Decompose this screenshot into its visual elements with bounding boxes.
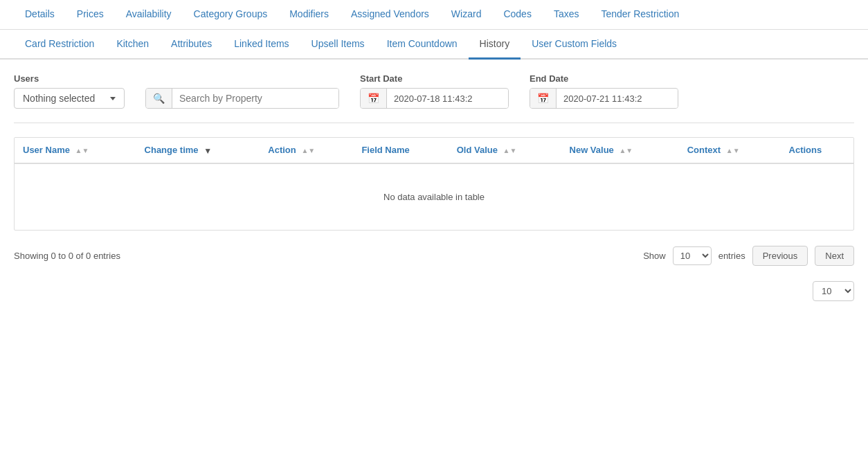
tab-taxes[interactable]: Taxes — [543, 0, 590, 30]
col-context[interactable]: Context ▲▼ — [679, 138, 781, 163]
col-change-time[interactable]: Change time ▼ — [136, 138, 260, 163]
col-old-value[interactable]: Old Value ▲▼ — [449, 138, 561, 163]
tab-kitchen[interactable]: Kitchen — [105, 30, 160, 60]
col-new-value-label: New Value — [570, 145, 614, 155]
tab-item-countdown[interactable]: Item Countdown — [376, 30, 469, 60]
start-date-group: 📅 — [360, 88, 509, 109]
start-date-input[interactable] — [387, 89, 508, 108]
users-filter-group: Users Nothing selected — [14, 73, 125, 109]
search-input[interactable] — [172, 89, 338, 108]
col-user-name-sort-icon: ▲▼ — [75, 147, 89, 154]
end-date-calendar-icon[interactable]: 📅 — [530, 89, 557, 108]
pagination-right: Show 10 25 50 100 entries Previous Next — [643, 246, 854, 266]
col-context-sort-icon: ▲▼ — [726, 147, 740, 154]
table-header-row: User Name ▲▼ Change time ▼ Action ▲▼ Fie… — [15, 138, 853, 163]
bottom-bar: 10 25 50 100 — [14, 274, 854, 308]
tab-prices[interactable]: Prices — [66, 0, 115, 30]
content-area: Users Nothing selected Search 🔍 Start Da… — [0, 60, 868, 322]
showing-text: Showing 0 to 0 of 0 entries — [14, 251, 120, 261]
next-button[interactable]: Next — [815, 246, 854, 266]
col-old-value-label: Old Value — [457, 145, 498, 155]
tab-details[interactable]: Details — [14, 0, 66, 30]
col-action-sort-icon: ▲▼ — [301, 147, 315, 154]
col-field-name[interactable]: Field Name — [353, 138, 448, 163]
table-empty-row: No data available in table — [15, 163, 853, 230]
entries-per-page-select[interactable]: 10 25 50 100 — [673, 246, 712, 265]
col-actions-label: Actions — [789, 145, 822, 155]
start-date-label: Start Date — [360, 73, 509, 84]
previous-button[interactable]: Previous — [752, 246, 808, 266]
col-user-name-label: User Name — [23, 145, 70, 155]
tab-codes[interactable]: Codes — [492, 0, 542, 30]
tab-modifiers[interactable]: Modifiers — [278, 0, 340, 30]
entries-label: entries — [718, 251, 745, 261]
tab-wizard[interactable]: Wizard — [440, 0, 493, 30]
col-change-time-sort-icon: ▼ — [204, 146, 212, 156]
col-field-name-label: Field Name — [361, 145, 409, 155]
users-label: Users — [14, 73, 125, 84]
pagination-bar: Showing 0 to 0 of 0 entries Show 10 25 5… — [14, 237, 854, 274]
col-actions: Actions — [781, 138, 853, 163]
col-old-value-sort-icon: ▲▼ — [503, 147, 517, 154]
filter-divider — [14, 123, 854, 123]
col-new-value-sort-icon: ▲▼ — [619, 147, 633, 154]
users-dropdown[interactable]: Nothing selected — [14, 88, 125, 109]
tab-upsell-items[interactable]: Upsell Items — [300, 30, 376, 60]
history-table-wrapper: User Name ▲▼ Change time ▼ Action ▲▼ Fie… — [14, 137, 854, 231]
table-empty-message: No data available in table — [15, 163, 853, 230]
filter-row: Users Nothing selected Search 🔍 Start Da… — [14, 73, 854, 109]
tab-history[interactable]: History — [469, 30, 521, 60]
second-nav: Card Restriction Kitchen Attributes Link… — [0, 30, 868, 60]
start-date-calendar-icon[interactable]: 📅 — [361, 89, 387, 108]
start-date-filter-group: Start Date 📅 — [360, 73, 509, 109]
col-new-value[interactable]: New Value ▲▼ — [561, 138, 679, 163]
top-nav: Details Prices Availability Category Gro… — [0, 0, 868, 30]
tab-attributes[interactable]: Attributes — [160, 30, 223, 60]
tab-card-restriction[interactable]: Card Restriction — [14, 30, 105, 60]
tab-tender-restriction[interactable]: Tender Restriction — [590, 0, 690, 30]
end-date-input[interactable] — [557, 89, 678, 108]
search-icon: 🔍 — [146, 89, 172, 108]
tab-user-custom-fields[interactable]: User Custom Fields — [521, 30, 628, 60]
col-context-label: Context — [687, 145, 721, 155]
tab-assigned-vendors[interactable]: Assigned Vendors — [340, 0, 440, 30]
users-dropdown-caret-icon — [110, 97, 116, 100]
end-date-label: End Date — [530, 73, 678, 84]
col-action-label: Action — [268, 145, 296, 155]
tab-availability[interactable]: Availability — [115, 0, 183, 30]
show-label: Show — [643, 251, 666, 261]
table-body: No data available in table — [15, 163, 853, 230]
bottom-select[interactable]: 10 25 50 100 — [813, 281, 854, 301]
end-date-group: 📅 — [530, 88, 678, 109]
search-filter-group: Search 🔍 — [145, 73, 339, 109]
tab-category-groups[interactable]: Category Groups — [183, 0, 279, 30]
history-table: User Name ▲▼ Change time ▼ Action ▲▼ Fie… — [15, 138, 853, 230]
col-change-time-label: Change time — [145, 145, 199, 155]
col-user-name[interactable]: User Name ▲▼ — [15, 138, 136, 163]
tab-linked-items[interactable]: Linked Items — [223, 30, 300, 60]
search-group: 🔍 — [145, 88, 339, 109]
col-action[interactable]: Action ▲▼ — [260, 138, 353, 163]
users-dropdown-text: Nothing selected — [23, 93, 95, 104]
end-date-filter-group: End Date 📅 — [530, 73, 678, 109]
